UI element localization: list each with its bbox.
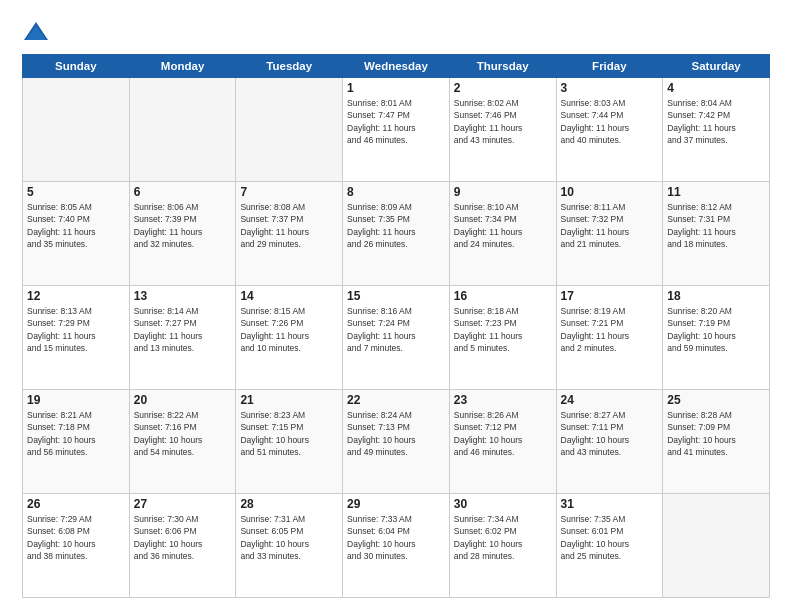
day-number: 31 — [561, 497, 659, 511]
day-info: Sunrise: 8:22 AM Sunset: 7:16 PM Dayligh… — [134, 409, 232, 458]
day-number: 22 — [347, 393, 445, 407]
header — [22, 18, 770, 46]
day-number: 28 — [240, 497, 338, 511]
calendar-cell: 31Sunrise: 7:35 AM Sunset: 6:01 PM Dayli… — [556, 494, 663, 598]
day-number: 5 — [27, 185, 125, 199]
calendar-cell: 1Sunrise: 8:01 AM Sunset: 7:47 PM Daylig… — [343, 78, 450, 182]
day-info: Sunrise: 8:03 AM Sunset: 7:44 PM Dayligh… — [561, 97, 659, 146]
calendar-cell — [236, 78, 343, 182]
calendar-cell: 11Sunrise: 8:12 AM Sunset: 7:31 PM Dayli… — [663, 182, 770, 286]
weekday-header-friday: Friday — [556, 55, 663, 78]
day-info: Sunrise: 8:11 AM Sunset: 7:32 PM Dayligh… — [561, 201, 659, 250]
day-info: Sunrise: 8:06 AM Sunset: 7:39 PM Dayligh… — [134, 201, 232, 250]
page: SundayMondayTuesdayWednesdayThursdayFrid… — [0, 0, 792, 612]
calendar-cell: 8Sunrise: 8:09 AM Sunset: 7:35 PM Daylig… — [343, 182, 450, 286]
day-info: Sunrise: 8:19 AM Sunset: 7:21 PM Dayligh… — [561, 305, 659, 354]
day-info: Sunrise: 8:09 AM Sunset: 7:35 PM Dayligh… — [347, 201, 445, 250]
calendar-cell: 22Sunrise: 8:24 AM Sunset: 7:13 PM Dayli… — [343, 390, 450, 494]
day-number: 18 — [667, 289, 765, 303]
calendar-cell: 18Sunrise: 8:20 AM Sunset: 7:19 PM Dayli… — [663, 286, 770, 390]
calendar-cell: 23Sunrise: 8:26 AM Sunset: 7:12 PM Dayli… — [449, 390, 556, 494]
day-info: Sunrise: 8:04 AM Sunset: 7:42 PM Dayligh… — [667, 97, 765, 146]
day-number: 26 — [27, 497, 125, 511]
day-number: 10 — [561, 185, 659, 199]
day-info: Sunrise: 7:30 AM Sunset: 6:06 PM Dayligh… — [134, 513, 232, 562]
calendar-cell: 6Sunrise: 8:06 AM Sunset: 7:39 PM Daylig… — [129, 182, 236, 286]
calendar-cell: 25Sunrise: 8:28 AM Sunset: 7:09 PM Dayli… — [663, 390, 770, 494]
calendar-cell: 5Sunrise: 8:05 AM Sunset: 7:40 PM Daylig… — [23, 182, 130, 286]
calendar-cell: 4Sunrise: 8:04 AM Sunset: 7:42 PM Daylig… — [663, 78, 770, 182]
day-info: Sunrise: 8:10 AM Sunset: 7:34 PM Dayligh… — [454, 201, 552, 250]
calendar-cell: 26Sunrise: 7:29 AM Sunset: 6:08 PM Dayli… — [23, 494, 130, 598]
calendar-cell: 3Sunrise: 8:03 AM Sunset: 7:44 PM Daylig… — [556, 78, 663, 182]
calendar-cell: 19Sunrise: 8:21 AM Sunset: 7:18 PM Dayli… — [23, 390, 130, 494]
logo — [22, 18, 54, 46]
day-number: 17 — [561, 289, 659, 303]
day-number: 24 — [561, 393, 659, 407]
day-info: Sunrise: 8:14 AM Sunset: 7:27 PM Dayligh… — [134, 305, 232, 354]
day-number: 8 — [347, 185, 445, 199]
day-number: 23 — [454, 393, 552, 407]
calendar-cell: 28Sunrise: 7:31 AM Sunset: 6:05 PM Dayli… — [236, 494, 343, 598]
calendar-cell: 14Sunrise: 8:15 AM Sunset: 7:26 PM Dayli… — [236, 286, 343, 390]
weekday-header-sunday: Sunday — [23, 55, 130, 78]
calendar-cell: 27Sunrise: 7:30 AM Sunset: 6:06 PM Dayli… — [129, 494, 236, 598]
calendar-table: SundayMondayTuesdayWednesdayThursdayFrid… — [22, 54, 770, 598]
calendar-cell: 20Sunrise: 8:22 AM Sunset: 7:16 PM Dayli… — [129, 390, 236, 494]
day-info: Sunrise: 8:08 AM Sunset: 7:37 PM Dayligh… — [240, 201, 338, 250]
day-number: 7 — [240, 185, 338, 199]
day-info: Sunrise: 7:35 AM Sunset: 6:01 PM Dayligh… — [561, 513, 659, 562]
day-info: Sunrise: 8:16 AM Sunset: 7:24 PM Dayligh… — [347, 305, 445, 354]
day-info: Sunrise: 8:13 AM Sunset: 7:29 PM Dayligh… — [27, 305, 125, 354]
calendar-cell: 13Sunrise: 8:14 AM Sunset: 7:27 PM Dayli… — [129, 286, 236, 390]
calendar-cell: 2Sunrise: 8:02 AM Sunset: 7:46 PM Daylig… — [449, 78, 556, 182]
day-number: 1 — [347, 81, 445, 95]
day-number: 16 — [454, 289, 552, 303]
calendar-cell: 10Sunrise: 8:11 AM Sunset: 7:32 PM Dayli… — [556, 182, 663, 286]
day-number: 2 — [454, 81, 552, 95]
weekday-header-monday: Monday — [129, 55, 236, 78]
day-info: Sunrise: 8:24 AM Sunset: 7:13 PM Dayligh… — [347, 409, 445, 458]
weekday-header-saturday: Saturday — [663, 55, 770, 78]
weekday-header-row: SundayMondayTuesdayWednesdayThursdayFrid… — [23, 55, 770, 78]
calendar-cell: 9Sunrise: 8:10 AM Sunset: 7:34 PM Daylig… — [449, 182, 556, 286]
day-number: 9 — [454, 185, 552, 199]
day-info: Sunrise: 8:28 AM Sunset: 7:09 PM Dayligh… — [667, 409, 765, 458]
day-number: 21 — [240, 393, 338, 407]
day-number: 12 — [27, 289, 125, 303]
calendar-cell: 29Sunrise: 7:33 AM Sunset: 6:04 PM Dayli… — [343, 494, 450, 598]
calendar-cell: 17Sunrise: 8:19 AM Sunset: 7:21 PM Dayli… — [556, 286, 663, 390]
day-info: Sunrise: 8:21 AM Sunset: 7:18 PM Dayligh… — [27, 409, 125, 458]
day-info: Sunrise: 8:15 AM Sunset: 7:26 PM Dayligh… — [240, 305, 338, 354]
calendar-week-row: 5Sunrise: 8:05 AM Sunset: 7:40 PM Daylig… — [23, 182, 770, 286]
day-number: 29 — [347, 497, 445, 511]
calendar-cell — [129, 78, 236, 182]
calendar-cell: 21Sunrise: 8:23 AM Sunset: 7:15 PM Dayli… — [236, 390, 343, 494]
day-number: 15 — [347, 289, 445, 303]
day-number: 11 — [667, 185, 765, 199]
calendar-cell: 7Sunrise: 8:08 AM Sunset: 7:37 PM Daylig… — [236, 182, 343, 286]
calendar-cell — [663, 494, 770, 598]
day-number: 6 — [134, 185, 232, 199]
day-number: 4 — [667, 81, 765, 95]
weekday-header-tuesday: Tuesday — [236, 55, 343, 78]
calendar-week-row: 12Sunrise: 8:13 AM Sunset: 7:29 PM Dayli… — [23, 286, 770, 390]
weekday-header-thursday: Thursday — [449, 55, 556, 78]
day-info: Sunrise: 8:23 AM Sunset: 7:15 PM Dayligh… — [240, 409, 338, 458]
calendar-cell: 12Sunrise: 8:13 AM Sunset: 7:29 PM Dayli… — [23, 286, 130, 390]
day-info: Sunrise: 7:33 AM Sunset: 6:04 PM Dayligh… — [347, 513, 445, 562]
calendar-cell: 24Sunrise: 8:27 AM Sunset: 7:11 PM Dayli… — [556, 390, 663, 494]
calendar-week-row: 1Sunrise: 8:01 AM Sunset: 7:47 PM Daylig… — [23, 78, 770, 182]
day-info: Sunrise: 8:26 AM Sunset: 7:12 PM Dayligh… — [454, 409, 552, 458]
day-number: 25 — [667, 393, 765, 407]
day-info: Sunrise: 7:29 AM Sunset: 6:08 PM Dayligh… — [27, 513, 125, 562]
calendar-week-row: 19Sunrise: 8:21 AM Sunset: 7:18 PM Dayli… — [23, 390, 770, 494]
calendar-week-row: 26Sunrise: 7:29 AM Sunset: 6:08 PM Dayli… — [23, 494, 770, 598]
calendar-cell: 16Sunrise: 8:18 AM Sunset: 7:23 PM Dayli… — [449, 286, 556, 390]
day-info: Sunrise: 7:34 AM Sunset: 6:02 PM Dayligh… — [454, 513, 552, 562]
day-number: 13 — [134, 289, 232, 303]
calendar-cell — [23, 78, 130, 182]
weekday-header-wednesday: Wednesday — [343, 55, 450, 78]
day-info: Sunrise: 8:27 AM Sunset: 7:11 PM Dayligh… — [561, 409, 659, 458]
calendar-cell: 30Sunrise: 7:34 AM Sunset: 6:02 PM Dayli… — [449, 494, 556, 598]
